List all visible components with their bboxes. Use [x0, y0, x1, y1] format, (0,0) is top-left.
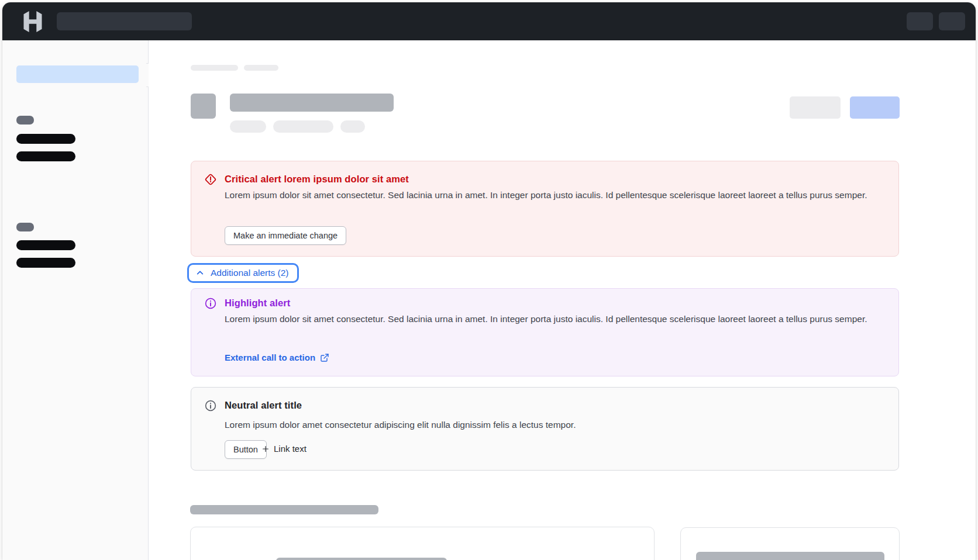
toggle-label: Additional alerts (2) — [211, 268, 289, 278]
critical-alert-title: Critical alert lorem ipsum dolor sit ame… — [225, 174, 409, 185]
sidebar-item-skeleton[interactable] — [16, 258, 75, 268]
page-icon-skeleton — [191, 94, 216, 119]
top-navigation-bar — [2, 2, 976, 40]
content-card-skeleton — [680, 527, 900, 560]
breadcrumb-skeleton — [244, 65, 278, 71]
highlight-alert-title: Highlight alert — [225, 298, 290, 309]
secondary-button-skeleton[interactable] — [790, 96, 841, 119]
sidebar-group-label-skeleton — [16, 223, 34, 231]
section-title-skeleton — [190, 505, 378, 514]
add-link-label: Link text — [274, 444, 307, 454]
sidebar-item-skeleton[interactable] — [16, 134, 75, 144]
search-input[interactable] — [57, 12, 192, 30]
hashicorp-logo-icon — [22, 11, 43, 32]
card-bar-skeleton — [696, 552, 884, 560]
alert-diamond-icon — [204, 173, 217, 186]
sidebar — [2, 40, 149, 560]
neutral-alert-title: Neutral alert title — [225, 400, 302, 411]
plus-icon — [261, 445, 270, 453]
main-content: Critical alert lorem ipsum dolor sit ame… — [149, 40, 976, 560]
external-link-icon — [320, 353, 329, 362]
additional-alerts-toggle[interactable]: Additional alerts (2) — [190, 266, 296, 280]
highlight-alert: Highlight alert Lorem ipsum dolor sit am… — [191, 288, 899, 376]
app-window: Critical alert lorem ipsum dolor sit ame… — [2, 2, 976, 560]
card-bar-skeleton — [276, 558, 447, 560]
sidebar-group-label-skeleton — [16, 116, 34, 125]
breadcrumb-skeleton — [191, 65, 238, 71]
external-call-to-action-link[interactable]: External call to action — [225, 352, 329, 362]
tag-skeleton — [273, 120, 333, 133]
add-link[interactable]: Link text — [261, 444, 307, 454]
chevron-up-icon — [195, 268, 205, 278]
neutral-alert: Neutral alert title Lorem ipsum dolor am… — [191, 387, 899, 471]
critical-alert-body: Lorem ipsum dolor sit amet consectetur. … — [225, 188, 887, 202]
topbar-action-button-skeleton[interactable] — [907, 12, 933, 30]
critical-alert: Critical alert lorem ipsum dolor sit ame… — [191, 161, 899, 257]
tag-skeleton — [340, 120, 365, 133]
info-circle-icon — [204, 297, 217, 310]
primary-button-skeleton[interactable] — [850, 96, 900, 119]
neutral-alert-button[interactable]: Button — [225, 440, 267, 459]
content-card-skeleton — [190, 527, 655, 560]
topbar-action-button-skeleton[interactable] — [939, 12, 965, 30]
sidebar-item-skeleton[interactable] — [16, 151, 75, 161]
sidebar-item-skeleton[interactable] — [16, 240, 75, 250]
toggle-focus-ring: Additional alerts (2) — [187, 263, 299, 283]
tag-skeleton — [230, 120, 266, 133]
screenshot-canvas: Critical alert lorem ipsum dolor sit ame… — [0, 0, 978, 560]
immediate-change-button[interactable]: Make an immediate change — [225, 226, 346, 245]
page-title-skeleton — [230, 94, 394, 112]
info-circle-icon — [204, 399, 217, 412]
external-link-label: External call to action — [225, 352, 315, 362]
neutral-alert-body: Lorem ipsum dolor amet consectetur adipi… — [225, 418, 887, 432]
highlight-alert-body: Lorem ipsum dolor sit amet consectetur. … — [225, 312, 887, 326]
sidebar-selected-item-skeleton[interactable] — [16, 65, 139, 83]
